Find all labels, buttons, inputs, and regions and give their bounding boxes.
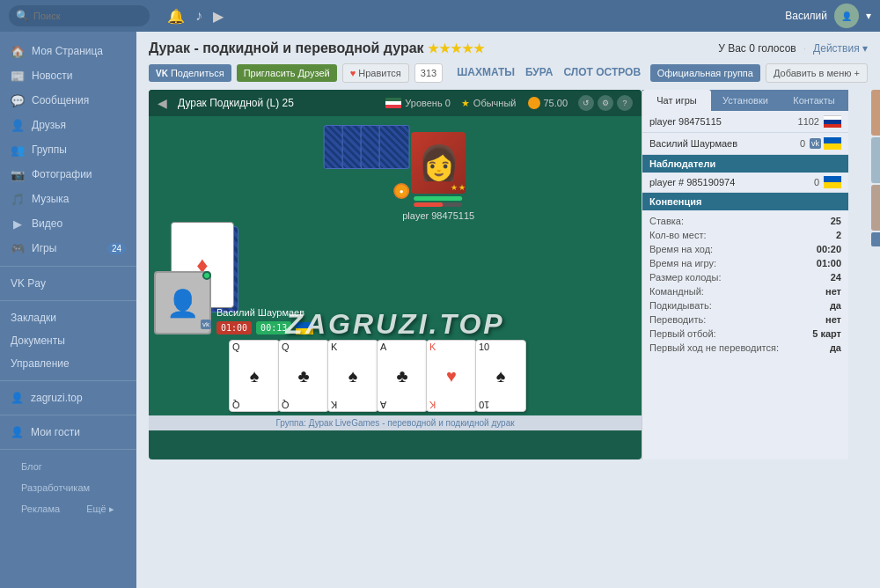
conv-label-3: Время на игру: — [649, 258, 817, 268]
thumb-2[interactable]: 👧 — [871, 137, 880, 183]
sidebar-divider-2 — [0, 300, 136, 301]
sidebar-item-photos[interactable]: 📷 Фотографии — [0, 162, 136, 187]
conv-value-5: нет — [825, 286, 841, 297]
hand-card-5[interactable]: 10 ♠ 10 — [475, 340, 526, 412]
page-counter[interactable]: 71 ↑ — [871, 232, 880, 246]
side-thumbnails: 👩 👧 👩 71 ↑ — [871, 90, 880, 246]
opponent-healthbar2-bg — [414, 202, 463, 207]
hand-card-4[interactable]: K ♥ K — [426, 340, 477, 412]
sidebar-item-messages[interactable]: 💬 Сообщения — [0, 88, 136, 113]
sidebar-item-mypage[interactable]: 🏠 Моя Страница — [0, 39, 136, 63]
bell-icon[interactable]: 🔔 — [167, 8, 185, 25]
vk-badge-chat: vk — [810, 138, 821, 149]
hand-cards[interactable]: Q ♠ Q Q ♣ Q K ♠ — [149, 338, 642, 415]
sidebar-item-myguests[interactable]: 👤 Мои гости — [0, 421, 136, 444]
zagruzi-icon: 👤 — [11, 392, 24, 404]
search-box[interactable]: 🔍 — [9, 5, 150, 26]
sidebar-item-news[interactable]: 📰 Новости — [0, 63, 136, 88]
video-icon: ▶ — [11, 217, 25, 231]
hand-card-2[interactable]: K ♠ K — [327, 340, 378, 412]
like-button[interactable]: ♥ Нравится — [342, 63, 409, 83]
nav-bura[interactable]: БУРА — [525, 66, 553, 80]
group-link-area[interactable]: Группа: Дурак LiveGames - переводной и п… — [149, 415, 642, 430]
hand-card-0[interactable]: Q ♠ Q — [229, 340, 280, 412]
bottom-player-info-text: Василий Шаурмаев 01:00 00:13 — [216, 307, 313, 334]
music-sidebar-icon: 🎵 — [11, 192, 25, 206]
opponent-healthbar2 — [414, 202, 444, 207]
top-player-area: 👩 ★ ★ — [402, 132, 474, 221]
zagruzi-label: zagruzi.top — [31, 392, 83, 404]
right-panel: Чат игры Установки Контакты player 98475… — [642, 90, 848, 459]
card-suit-bot-0: Q — [232, 400, 276, 409]
thumb-3[interactable]: 👩 — [871, 185, 880, 231]
conv-value-4: 24 — [831, 272, 841, 283]
footer-blog[interactable]: Блог — [11, 459, 53, 474]
group-link-text: Группа: Дурак LiveGames - переводной и п… — [275, 418, 514, 428]
sidebar-item-zagruzi[interactable]: 👤 zagruzi.top — [0, 386, 136, 409]
convention-header: Конвенция — [642, 193, 848, 210]
observers-header: Наблюдатели — [642, 155, 848, 173]
footer-ads[interactable]: Реклама — [11, 501, 70, 518]
sidebar-label-mypage: Моя Страница — [32, 45, 103, 57]
docs-label: Документы — [11, 334, 65, 347]
hand-card-3[interactable]: A ♣ A — [377, 340, 428, 412]
invite-button[interactable]: Пригласить Друзей — [237, 64, 337, 82]
tab-settings[interactable]: Установки — [711, 90, 780, 111]
user-avatar[interactable]: 👤 — [834, 4, 859, 28]
conv-label-8: Первый отбой: — [649, 328, 812, 339]
player-flag-ukr — [824, 137, 841, 150]
refresh-icon[interactable]: ↺ — [578, 95, 594, 111]
sidebar-item-bookmarks[interactable]: Закладки — [0, 306, 136, 329]
tab-contacts[interactable]: Контакты — [780, 90, 848, 111]
card-value-4: ♥ — [429, 352, 473, 400]
music-icon[interactable]: ♪ — [195, 8, 202, 25]
timer-row: 01:00 00:13 — [216, 321, 313, 334]
search-input[interactable] — [33, 11, 139, 21]
sidebar-item-manage[interactable]: Управление — [0, 352, 136, 375]
manage-label: Управление — [11, 357, 70, 370]
content-area: Дурак - подкидной и переводной дурак ★★★… — [136, 32, 880, 588]
actions-dropdown[interactable]: Действия ▾ — [813, 42, 868, 55]
conv-value-3: 01:00 — [817, 258, 841, 268]
back-button[interactable]: ◀ — [158, 96, 167, 110]
game-header: ◀ Дурак Подкидной (L) 25 Уровень 0 ★ Обы… — [149, 90, 642, 116]
footer-more[interactable]: Ещё ▸ — [76, 501, 125, 518]
username-label: Василий — [785, 10, 827, 22]
bottom-player-info: 👤 vk Василий Шаурмаев 01:00 00:13 — [149, 268, 642, 338]
card-suit-top-1: Q — [282, 342, 326, 352]
hand-card-1[interactable]: Q ♣ Q — [278, 340, 329, 412]
sidebar-item-music[interactable]: 🎵 Музыка — [0, 187, 136, 211]
play-icon[interactable]: ▶ — [213, 8, 224, 25]
player-name-0: player 98475115 — [649, 116, 798, 127]
conv-value-2: 00:20 — [817, 244, 841, 254]
games-icon: 🎮 — [11, 241, 25, 255]
nav-slots[interactable]: СЛОТ ОСТРОВ — [563, 66, 641, 80]
settings-icon[interactable]: ⚙ — [598, 95, 613, 111]
tab-chat[interactable]: Чат игры — [642, 90, 711, 111]
sidebar-item-docs[interactable]: Документы — [0, 329, 136, 352]
game-frame: ◀ Дурак Подкидной (L) 25 Уровень 0 ★ Обы… — [149, 90, 642, 459]
help-icon[interactable]: ? — [617, 95, 633, 111]
conv-label-9: Первый ход не переводится: — [649, 342, 830, 353]
page-stars: ★★★★★ — [428, 41, 485, 55]
add-to-menu-button[interactable]: Добавить в меню + — [766, 63, 868, 83]
sidebar-item-groups[interactable]: 👥 Группы — [0, 137, 136, 162]
conv-label-2: Время на ход: — [649, 244, 817, 254]
flag-ukr-blue — [824, 137, 841, 143]
conv-label-1: Кол-во мест: — [649, 230, 836, 240]
sidebar-item-friends[interactable]: 👤 Друзья — [0, 113, 136, 137]
coins-area: 75.00 — [528, 97, 568, 109]
footer-dev[interactable]: Разработчикам — [11, 480, 100, 496]
dropdown-icon[interactable]: ▾ — [866, 10, 871, 22]
card-suit-bot-3: A — [380, 400, 424, 409]
sidebar-item-games[interactable]: 🎮 Игры 24 — [0, 236, 136, 261]
thumb-1[interactable]: 👩 — [871, 90, 880, 136]
share-button[interactable]: VK Поделиться — [149, 64, 231, 82]
guests-label: Мои гости — [31, 426, 80, 438]
official-group-button[interactable]: Официальная группа — [650, 64, 760, 82]
convention-section: Ставка: 25 Кол-во мест: 2 Время на ход: … — [642, 210, 848, 358]
sidebar-item-vkpay[interactable]: VK Pay — [0, 272, 136, 295]
nav-chess[interactable]: ШАХМАТЫ — [457, 66, 515, 80]
top-bar-right: Василий 👤 ▾ — [785, 4, 871, 28]
sidebar-item-video[interactable]: ▶ Видео — [0, 211, 136, 236]
